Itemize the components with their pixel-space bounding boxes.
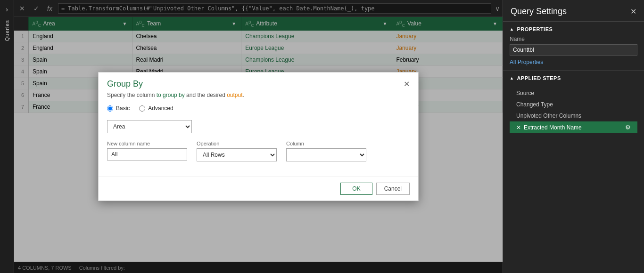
new-column-input[interactable] <box>107 148 187 161</box>
applied-steps-section: ▲ APPLIED STEPS SourceChanged TypeUnpivo… <box>503 71 644 273</box>
radio-advanced[interactable] <box>139 105 145 112</box>
radio-basic[interactable] <box>107 105 113 112</box>
radio-advanced-label[interactable]: Advanced <box>139 105 173 112</box>
right-panel: Query Settings ✕ ▲ PROPERTIES Name All P… <box>503 0 644 273</box>
radio-basic-label[interactable]: Basic <box>107 105 130 112</box>
step-item-source[interactable]: Source <box>510 88 637 99</box>
name-label: Name <box>510 36 637 42</box>
operation-dropdown[interactable]: All Rows Sum Average Min Max Count Count… <box>197 148 277 161</box>
dialog-description: Specify the column to group by and the d… <box>99 89 418 103</box>
dialog-title: Group By <box>107 79 143 89</box>
column-label: Column <box>286 141 366 146</box>
sidebar-collapse-btn[interactable]: › <box>4 4 10 15</box>
step-gear-icon[interactable]: ⚙ <box>625 124 631 131</box>
name-input[interactable] <box>510 44 637 56</box>
column-field: Column <box>286 141 366 161</box>
all-properties-link[interactable]: All Properties <box>510 59 543 65</box>
new-column-field: New column name <box>107 141 187 161</box>
dialog-body: Area Team Attribute Value New column nam… <box>99 117 418 177</box>
properties-section: ▲ PROPERTIES Name All Properties <box>503 22 644 71</box>
step-label: Unpivoted Other Columns <box>516 112 631 119</box>
step-item-extracted-month-name[interactable]: ✕Extracted Month Name⚙ <box>510 121 637 133</box>
column-dropdown[interactable] <box>286 148 366 161</box>
right-panel-close-btn[interactable]: ✕ <box>630 7 636 16</box>
sidebar: › Queries <box>0 0 14 273</box>
step-item-changed-type[interactable]: Changed Type <box>510 99 637 110</box>
properties-section-title: ▲ PROPERTIES <box>510 26 637 32</box>
step-label: Extracted Month Name <box>524 124 625 131</box>
dialog-fields-row: New column name Operation All Rows Sum A… <box>107 141 410 161</box>
group-by-select-row: Area Team Attribute Value <box>107 120 410 133</box>
step-label: Source <box>516 90 631 96</box>
steps-list: SourceChanged TypeUnpivoted Other Column… <box>510 85 637 136</box>
group-by-dropdown[interactable]: Area Team Attribute Value <box>107 120 192 133</box>
right-panel-header: Query Settings ✕ <box>503 0 644 22</box>
main-area: ✕ ✓ fx ∨ ABC Area ▼ ABC Tea <box>14 0 503 273</box>
ok-button[interactable]: OK <box>340 183 372 195</box>
dialog-footer: OK Cancel <box>99 177 418 201</box>
step-item-unpivoted-other-columns[interactable]: Unpivoted Other Columns <box>510 110 637 121</box>
operation-label: Operation <box>197 141 277 146</box>
applied-steps-triangle-icon: ▲ <box>510 76 514 80</box>
properties-triangle-icon: ▲ <box>510 27 514 32</box>
new-column-label: New column name <box>107 141 187 146</box>
right-panel-title: Query Settings <box>511 7 567 16</box>
cancel-button[interactable]: Cancel <box>376 183 410 195</box>
dialog-header: Group By ✕ <box>99 72 418 89</box>
group-by-dialog: Group By ✕ Specify the column to group b… <box>98 72 419 201</box>
step-error-icon: ✕ <box>516 124 521 131</box>
sidebar-queries-label: Queries <box>4 20 10 41</box>
dialog-close-btn[interactable]: ✕ <box>404 80 410 88</box>
operation-field: Operation All Rows Sum Average Min Max C… <box>197 141 277 161</box>
step-label: Changed Type <box>516 101 631 108</box>
applied-steps-title: ▲ APPLIED STEPS <box>510 75 637 81</box>
dialog-overlay: Group By ✕ Specify the column to group b… <box>14 0 503 273</box>
dialog-radio-row: Basic Advanced <box>99 103 418 117</box>
